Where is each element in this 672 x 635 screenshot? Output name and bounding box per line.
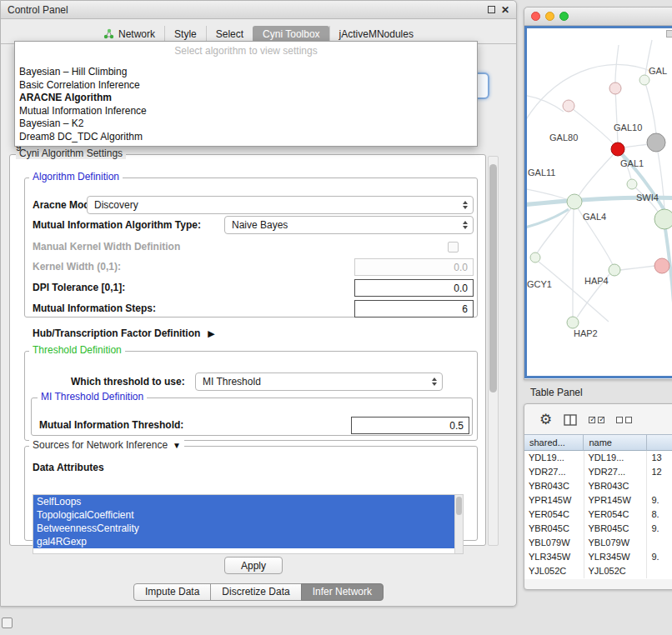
- column-selector-icon[interactable]: [564, 414, 577, 426]
- cell: YER054C: [584, 508, 648, 522]
- network-canvas-frame: GAL80 GAL10 GAL1 GAL11 GAL4 SWI4 GCY1 HA…: [524, 26, 672, 378]
- dropdown-item[interactable]: Bayesian – K2: [15, 118, 477, 131]
- node-label: GAL10: [614, 122, 642, 132]
- control-panel-titlebar: Control Panel ✕: [1, 1, 516, 19]
- deselect-all-checks-icon[interactable]: [616, 417, 632, 423]
- manual-kernel-label: Manual Kernel Width Definition: [33, 241, 180, 252]
- which-threshold-combo[interactable]: MI Threshold: [195, 372, 443, 391]
- attribute-item-selected[interactable]: gal4RGexp: [33, 535, 463, 548]
- network-node[interactable]: [654, 209, 672, 229]
- gear-icon[interactable]: ⚙: [539, 412, 552, 428]
- cell: YDL19...: [584, 451, 648, 465]
- data-attributes-list: SelfLoops TopologicalCoefficient Between…: [33, 494, 464, 554]
- sources-legend-label: Sources for Network Inference: [33, 440, 168, 451]
- collapse-arrow-icon: ▼: [173, 440, 181, 451]
- close-traffic-icon[interactable]: [531, 12, 540, 21]
- dropdown-item[interactable]: Mutual Information Inference: [15, 105, 477, 118]
- cell: [647, 479, 672, 493]
- node-label: GAL: [649, 66, 667, 76]
- node-label: SWI4: [636, 192, 659, 202]
- node-label: GAL1: [620, 158, 644, 168]
- minimize-traffic-icon[interactable]: [545, 12, 554, 21]
- table-row[interactable]: YLR345W YLR345W 9.: [524, 550, 672, 564]
- table-row[interactable]: YDR27... YDR27... 12: [524, 465, 672, 479]
- attribute-item-selected[interactable]: BetweennessCentrality: [33, 522, 463, 535]
- cell: YPR145W: [524, 493, 584, 508]
- tab-discretize-data[interactable]: Discretize Data: [210, 583, 301, 601]
- tab-cyni-toolbox[interactable]: Cyni Toolbox: [253, 26, 328, 42]
- network-node[interactable]: [567, 194, 582, 209]
- threshold-definition-legend: Threshold Definition: [29, 345, 125, 356]
- combo-arrows-icon: [463, 221, 468, 229]
- zoom-traffic-icon[interactable]: [559, 12, 569, 21]
- float-window-icon[interactable]: [488, 6, 495, 13]
- bottom-tabbar: Impute Data Discretize Data Infer Networ…: [1, 583, 516, 601]
- dropdown-item[interactable]: Dream8 DC_TDC Algorithm: [15, 131, 477, 144]
- column-header[interactable]: [647, 434, 672, 451]
- tab-select[interactable]: Select: [206, 26, 253, 42]
- tab-label: Select: [216, 28, 243, 40]
- network-node[interactable]: [654, 258, 669, 273]
- dpi-tolerance-label: DPI Tolerance [0,1]:: [33, 282, 125, 293]
- table-row[interactable]: YBR045C YBR045C 9.: [524, 522, 672, 536]
- mi-steps-field[interactable]: [354, 300, 474, 318]
- network-node[interactable]: [609, 82, 621, 94]
- kernel-width-label: Kernel Width (0,1):: [33, 261, 121, 272]
- table-row[interactable]: YBR043C YBR043C: [524, 479, 672, 493]
- tab-impute-data[interactable]: Impute Data: [133, 583, 211, 601]
- tab-style[interactable]: Style: [164, 26, 206, 42]
- mi-type-combo[interactable]: Naive Bayes: [224, 216, 474, 234]
- settings-scrollbar[interactable]: [488, 156, 499, 546]
- network-canvas[interactable]: GAL80 GAL10 GAL1 GAL11 GAL4 SWI4 GCY1 HA…: [527, 28, 672, 376]
- cell: YLR345W: [584, 550, 648, 564]
- select-all-checks-icon[interactable]: [589, 417, 604, 423]
- network-node[interactable]: [639, 75, 649, 85]
- manual-kernel-checkbox: [448, 242, 459, 252]
- table-panel-title: Table Panel: [530, 387, 583, 398]
- attribute-item-selected[interactable]: TopologicalCoefficient: [33, 508, 463, 522]
- hub-section-toggle[interactable]: Hub/Transcription Factor Definition ▶: [33, 328, 215, 339]
- network-node[interactable]: [530, 252, 540, 262]
- dropdown-item-selected[interactable]: ARACNE Algorithm: [15, 92, 477, 105]
- table-row[interactable]: YBL079W YBL079W: [524, 536, 672, 550]
- dropdown-item[interactable]: Basic Correlation Inference: [15, 79, 477, 92]
- dpi-tolerance-field[interactable]: [354, 279, 474, 297]
- which-threshold-label: Which threshold to use:: [71, 376, 185, 388]
- table-row[interactable]: YJL052C YJL052C: [524, 564, 672, 578]
- network-node[interactable]: [609, 264, 620, 276]
- cell: YBR043C: [524, 479, 584, 493]
- column-header[interactable]: name: [584, 434, 647, 451]
- tab-jactivemnodules[interactable]: jActiveMNodules: [329, 26, 423, 42]
- attribute-item-selected[interactable]: SelfLoops: [33, 495, 463, 508]
- network-node[interactable]: [627, 179, 637, 189]
- birdseye-toggle-icon[interactable]: [666, 30, 672, 38]
- hub-section-label: Hub/Transcription Factor Definition: [33, 328, 200, 339]
- dropdown-item[interactable]: Bayesian – Hill Climbing: [15, 66, 477, 79]
- combo-value: MI Threshold: [203, 376, 261, 388]
- table-body: YDL19... YDL19... 13 YDR27... YDR27... 1…: [524, 451, 672, 579]
- minimized-panel-icon[interactable]: [2, 618, 13, 628]
- apply-button[interactable]: Apply: [224, 557, 283, 574]
- combo-arrows-icon: [463, 201, 468, 209]
- network-node[interactable]: [563, 100, 574, 112]
- node-label: HAP2: [574, 328, 598, 338]
- tab-network[interactable]: Network: [94, 26, 164, 42]
- network-node[interactable]: [567, 317, 579, 328]
- column-header[interactable]: shared...: [524, 434, 584, 451]
- list-scrollbar[interactable]: [454, 495, 463, 553]
- table-row[interactable]: YPR145W YPR145W 9.: [524, 493, 672, 508]
- cell: YJL052C: [584, 564, 648, 578]
- network-node[interactable]: [647, 133, 665, 152]
- aracne-mode-combo[interactable]: Discovery: [87, 196, 474, 214]
- table-row[interactable]: YDL19... YDL19... 13: [524, 451, 672, 465]
- cell: YDR27...: [524, 465, 584, 479]
- algorithm-dropdown-popup: Select algorithm to view settings Bayesi…: [14, 41, 478, 147]
- table-row[interactable]: YER054C YER054C 8.: [524, 508, 672, 522]
- tab-infer-network[interactable]: Infer Network: [301, 583, 384, 601]
- network-node[interactable]: [611, 142, 624, 156]
- cell: YDR27...: [584, 465, 648, 479]
- combo-arrows-icon: [432, 378, 437, 386]
- mi-threshold-field[interactable]: [351, 417, 469, 434]
- close-icon[interactable]: ✕: [501, 6, 509, 14]
- sources-legend[interactable]: Sources for Network Inference ▼: [29, 440, 184, 451]
